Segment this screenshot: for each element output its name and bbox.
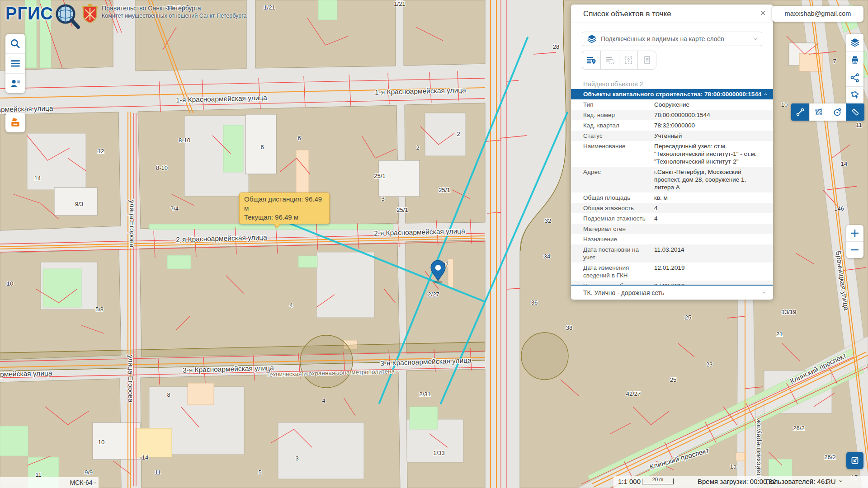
detail-row: Назначение xyxy=(571,234,773,244)
map-building-yellow xyxy=(136,428,172,457)
building-number: 13/19 xyxy=(782,309,797,315)
gov-line1: Правительство Санкт-Петербурга xyxy=(102,4,246,12)
detail-row: Общая этажность4 xyxy=(571,203,773,213)
close-icon[interactable]: × xyxy=(760,7,766,19)
minus-icon xyxy=(851,246,859,254)
spb-coat-of-arms-icon xyxy=(82,4,98,23)
document-icon xyxy=(642,55,652,65)
select-results-button[interactable] xyxy=(600,51,619,70)
building-number: 1/33 xyxy=(433,450,444,456)
building-number: 10 xyxy=(781,101,788,108)
print-button[interactable] xyxy=(846,51,863,69)
measure-radius-button[interactable] xyxy=(828,103,846,121)
detail-value: г.Санкт-Петербург, Московский проспект, … xyxy=(654,168,764,191)
share-button[interactable] xyxy=(846,69,863,86)
report-button[interactable] xyxy=(637,51,656,70)
search-button[interactable] xyxy=(5,34,25,53)
detail-row: Дата постановки на учет11.03.2014 xyxy=(571,244,773,263)
building-number: 38 xyxy=(566,324,572,331)
second-group-title: ТК. Улично - дорожная сеть xyxy=(583,289,764,296)
measure-area-button[interactable] xyxy=(809,103,828,121)
user-email[interactable]: maxxshab@gmail.com xyxy=(772,6,863,22)
building-number: 23 xyxy=(706,361,712,368)
measure-line-button[interactable] xyxy=(791,103,809,121)
zoom-out-button[interactable] xyxy=(846,241,863,258)
detail-label: Тип xyxy=(583,101,654,108)
chevron-down-icon: › xyxy=(838,480,845,482)
panel-header: Список объектов в точке × xyxy=(571,5,773,23)
rgis-logo[interactable]: РГИС xyxy=(5,3,81,29)
building-number: 2/31 xyxy=(419,391,430,398)
second-group-header[interactable]: ТК. Улично - дорожная сеть › xyxy=(571,285,773,300)
building-number: 2/27 xyxy=(428,291,439,298)
detail-value: 78:32:0000000 xyxy=(654,122,764,129)
list-select-icon xyxy=(605,55,615,65)
layer-filter-dropdown[interactable]: Подключённых и видимых на карте слоёв › xyxy=(582,32,762,46)
measure-ruler-button[interactable] xyxy=(846,103,864,121)
building-number: 25 xyxy=(670,376,676,383)
building-number: 5/8 xyxy=(95,306,104,313)
panel-toolbar: ? xyxy=(582,51,656,70)
detail-row: Кад. квартал78:32:0000000 xyxy=(571,120,773,131)
building-number: 1/21 xyxy=(264,4,275,11)
building-number: 25/1 xyxy=(439,187,450,193)
detail-value: 12.01.2019 xyxy=(654,264,764,279)
detail-row: Общая площадькв. м xyxy=(571,192,773,203)
building-number: 2 xyxy=(416,144,419,151)
building-number: 6 xyxy=(260,144,264,150)
archive-box-icon xyxy=(9,117,21,128)
building-number: 34 xyxy=(544,253,550,260)
building-number: 36 xyxy=(531,299,538,306)
ruler-icon xyxy=(851,108,860,117)
building-number: 3 xyxy=(295,455,298,462)
crs-selector[interactable]: МСК-64 xyxy=(70,479,92,486)
detail-label: Общая этажность xyxy=(583,204,654,212)
building-number: 2 xyxy=(457,131,460,137)
building-number: 7/4 xyxy=(170,205,179,212)
map-scale[interactable]: 1:1 000 xyxy=(618,478,641,485)
zoom-controls xyxy=(846,225,863,258)
detail-label: Дата изменения сведений в ГКН xyxy=(583,264,654,279)
building-number: 11 xyxy=(856,122,862,128)
zoom-in-button[interactable] xyxy=(846,225,863,241)
user-list-icon xyxy=(10,78,21,89)
share-icon xyxy=(850,73,859,82)
layers-button[interactable] xyxy=(846,34,863,51)
detail-label: Общая площадь xyxy=(583,194,654,202)
identify-area-button[interactable]: ? xyxy=(619,51,638,70)
detail-value: 78:00:0000000:1544 xyxy=(654,111,764,119)
select-polygon-button[interactable] xyxy=(846,86,863,104)
layer-filter-label: Подключённых и видимых на карте слоёв xyxy=(601,35,755,42)
building-number: 25/1 xyxy=(374,173,385,179)
users-count: Пользователей: 461 xyxy=(765,478,829,485)
user-layers-button[interactable] xyxy=(5,73,25,93)
detail-row: Дата изменения сведений в ГКН12.01.2019 xyxy=(571,263,773,281)
detail-label: Дата постановки на учет xyxy=(583,246,654,261)
question-rect-icon: ? xyxy=(623,55,633,65)
scale-bar: 20 m xyxy=(642,479,674,484)
scale-bar-label: 20 m xyxy=(642,477,673,482)
layers-icon xyxy=(850,38,859,47)
object-group-header[interactable]: Объекты капитального строительства: 78:0… xyxy=(571,89,773,99)
rgis-logo-text: РГИС xyxy=(5,3,53,24)
orders-button[interactable] xyxy=(5,113,25,132)
language-selector[interactable]: RU xyxy=(826,478,836,485)
crs-bar: МСК-64 › xyxy=(0,477,99,488)
measure-area-icon xyxy=(814,108,823,117)
detail-label: Статус xyxy=(583,132,654,140)
building-number: 4 xyxy=(322,397,325,404)
object-details-table: ТипСооружениеКад. номер78:00:0000000:154… xyxy=(571,99,773,299)
detail-row: Подземная этажность4 xyxy=(571,213,773,224)
building-number: 28 xyxy=(553,43,559,50)
building-number: 14 xyxy=(142,454,148,461)
measure-total: Общая дистанция: 96.49 м xyxy=(244,195,325,213)
detail-label: Материал стен xyxy=(583,225,654,233)
menu-button[interactable] xyxy=(5,53,25,73)
detail-value: Учтенный xyxy=(654,132,764,140)
results-list-button[interactable] xyxy=(582,51,601,70)
detail-row: Адресг.Санкт-Петербург, Московский просп… xyxy=(571,167,773,192)
chevron-up-icon: › xyxy=(762,93,768,95)
fit-extent-button[interactable] xyxy=(846,452,863,469)
building-number: 9/3 xyxy=(75,201,83,207)
svg-text:?: ? xyxy=(627,58,630,63)
